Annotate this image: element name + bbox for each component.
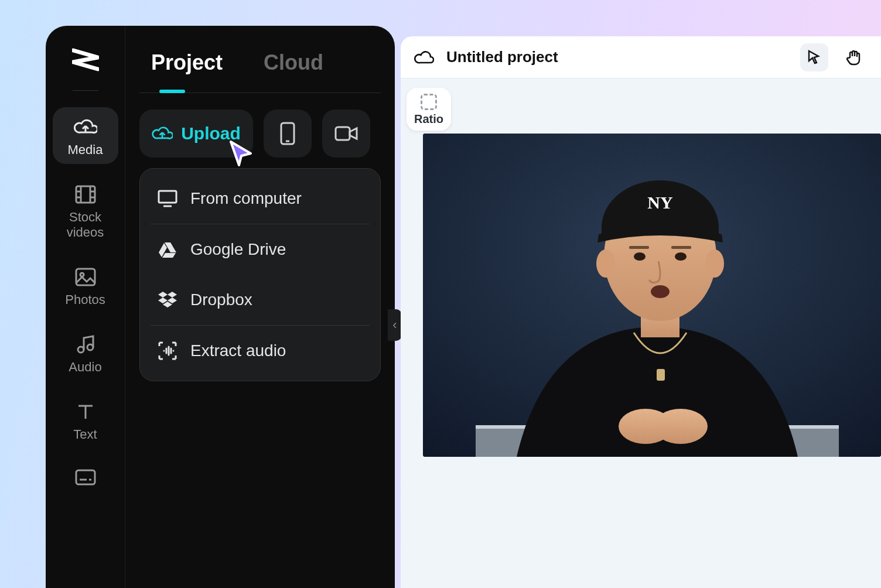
sidebar-item-media[interactable]: Media [53,107,118,164]
preview-frame: NY [423,134,881,457]
cloud-icon [414,47,435,68]
cloud-up-icon [152,125,173,142]
sidebar-label: Media [68,142,103,157]
film-icon [74,183,97,206]
ratio-icon [421,94,437,110]
svg-rect-7 [76,269,95,285]
sidebar-label: Stock videos [67,210,104,240]
phone-icon [280,122,295,145]
svg-point-24 [596,249,615,278]
svg-point-27 [634,252,646,261]
dropdown-label: Dropbox [190,290,252,309]
upload-button[interactable]: Upload [139,110,253,158]
extract-icon [158,341,177,361]
hand-icon [846,49,862,66]
sidebar-item-text[interactable]: Text [53,392,118,449]
sidebar-item-photos[interactable]: Photos [53,257,118,314]
svg-rect-17 [159,191,176,203]
ratio-button[interactable]: Ratio [407,88,451,131]
sidebar-item-captions[interactable] [53,460,118,495]
monitor-icon [158,189,177,208]
panel-collapse-handle[interactable]: ‹ [388,309,402,341]
sidebar-label: Text [73,427,97,442]
sidebar-rail: Media Stock videos Photos Audio Text [46,26,125,588]
svg-rect-29 [629,246,649,249]
gdrive-icon [158,240,177,259]
tab-cloud[interactable]: Cloud [264,50,323,93]
svg-rect-11 [76,470,95,484]
dropdown-item-extract-audio[interactable]: Extract audio [140,326,380,376]
dropdown-item-google-drive[interactable]: Google Drive [140,224,380,275]
video-preview[interactable]: NY [423,134,881,457]
svg-rect-16 [336,127,350,140]
dropdown-item-from-computer[interactable]: From computer [140,173,380,224]
divider [73,90,98,91]
cursor-icon [807,50,821,65]
select-tool-button[interactable] [800,43,828,71]
text-icon [74,400,97,423]
image-icon [74,265,97,289]
app-logo[interactable] [69,43,102,76]
cloud-up-icon [74,115,97,139]
sidebar-item-audio[interactable]: Audio [53,324,118,381]
sidebar-item-stock-videos[interactable]: Stock videos [53,175,118,247]
dropdown-label: Google Drive [190,240,286,259]
dropdown-label: From computer [190,189,302,208]
upload-label: Upload [181,124,241,143]
canvas-area: Untitled project Ratio [401,36,881,588]
tab-project[interactable]: Project [151,50,223,93]
upload-dropdown: From computer Google Drive Dropbox [139,168,381,381]
ratio-label: Ratio [414,112,443,126]
mobile-import-button[interactable] [264,110,312,158]
media-panel: Media Stock videos Photos Audio Text [46,26,395,588]
dropdown-item-dropbox[interactable]: Dropbox [140,275,380,325]
record-button[interactable] [322,110,370,158]
panel-body: Project Cloud Upload From computer [125,26,395,588]
sidebar-label: Photos [65,292,105,307]
svg-point-31 [651,285,670,298]
canvas-topbar: Untitled project [401,36,881,78]
svg-rect-0 [76,186,95,203]
hand-tool-button[interactable] [840,43,868,71]
dropbox-icon [158,290,177,310]
action-row: Upload [139,93,381,158]
project-title[interactable]: Untitled project [446,48,788,66]
caption-icon [74,466,97,489]
panel-tabs: Project Cloud [139,26,381,93]
svg-point-25 [705,249,724,278]
camera-icon [334,125,358,142]
music-icon [74,333,97,356]
svg-point-34 [654,409,708,444]
dropdown-label: Extract audio [190,341,286,360]
svg-rect-32 [657,369,665,381]
svg-rect-30 [671,246,691,249]
svg-text:NY: NY [647,193,673,212]
sidebar-label: Audio [69,360,101,374]
svg-point-28 [675,252,687,261]
